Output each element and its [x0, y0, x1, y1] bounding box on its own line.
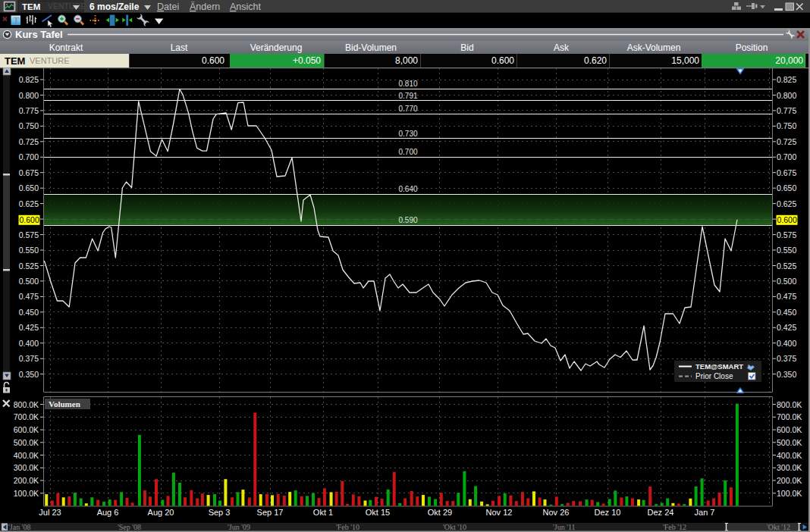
- svg-text:0.475: 0.475: [19, 292, 39, 301]
- svg-text:0.500: 0.500: [777, 277, 796, 286]
- svg-text:Datei: Datei: [157, 2, 179, 12]
- svg-text:0.575: 0.575: [19, 230, 39, 239]
- svg-text:800.0K: 800.0K: [777, 400, 802, 409]
- svg-text:0.700: 0.700: [398, 148, 417, 156]
- svg-text:0.675: 0.675: [777, 168, 796, 177]
- svg-text:300.0K: 300.0K: [14, 463, 39, 472]
- svg-text:Sep 3: Sep 3: [209, 508, 231, 517]
- svg-text:Ansicht: Ansicht: [230, 2, 262, 12]
- svg-text:400.0K: 400.0K: [14, 451, 39, 460]
- svg-text:500.0K: 500.0K: [777, 438, 802, 447]
- svg-text:700.0K: 700.0K: [777, 412, 802, 421]
- svg-text:0.350: 0.350: [19, 370, 39, 379]
- svg-text:0.350: 0.350: [777, 370, 796, 379]
- svg-text:Jan 7: Jan 7: [695, 508, 715, 517]
- svg-text:0.450: 0.450: [777, 308, 796, 317]
- svg-text:0.600: 0.600: [20, 215, 39, 224]
- svg-text:600.0K: 600.0K: [777, 425, 802, 434]
- svg-text:0.730: 0.730: [398, 130, 417, 138]
- svg-text:'Jan '08: 'Jan '08: [8, 523, 30, 531]
- svg-text:'Jun '11: 'Jun '11: [553, 523, 576, 531]
- svg-text:0.650: 0.650: [19, 183, 39, 192]
- svg-text:Dez 24: Dez 24: [648, 508, 674, 517]
- svg-text:Volumen: Volumen: [49, 399, 80, 408]
- svg-text:200.0K: 200.0K: [14, 476, 39, 485]
- svg-text:0.700: 0.700: [19, 152, 39, 161]
- svg-text:Kurs Tafel: Kurs Tafel: [15, 29, 63, 40]
- svg-text:0.810: 0.810: [398, 80, 417, 88]
- svg-text:0.750: 0.750: [777, 121, 796, 130]
- svg-text:'Jun '09: 'Jun '09: [228, 523, 250, 531]
- svg-text:600.0K: 600.0K: [14, 425, 39, 434]
- svg-text:Dez 10: Dez 10: [595, 508, 621, 517]
- svg-text:300.0K: 300.0K: [777, 463, 802, 472]
- svg-text:0.425: 0.425: [777, 323, 796, 332]
- svg-text:0.725: 0.725: [777, 137, 796, 146]
- svg-text:Aug 20: Aug 20: [148, 508, 174, 517]
- svg-text:Okt 29: Okt 29: [428, 508, 452, 517]
- svg-text:0.400: 0.400: [19, 339, 39, 348]
- svg-text:0.640: 0.640: [398, 185, 417, 193]
- svg-text:0.550: 0.550: [19, 246, 39, 255]
- svg-text:Nov 12: Nov 12: [486, 508, 513, 517]
- svg-text:500.0K: 500.0K: [14, 438, 39, 447]
- svg-text:0.770: 0.770: [398, 105, 417, 113]
- svg-text:0.600: 0.600: [777, 215, 797, 224]
- svg-text:100.0K: 100.0K: [14, 489, 39, 498]
- svg-text:'Feb '12: 'Feb '12: [663, 523, 686, 531]
- svg-text:0.775: 0.775: [777, 106, 796, 115]
- svg-text:TEM@SMART: TEM@SMART: [695, 362, 743, 371]
- svg-text:'Okt '12: 'Okt '12: [767, 523, 790, 531]
- svg-text:T: T: [14, 15, 20, 26]
- svg-text:0.725: 0.725: [19, 137, 39, 146]
- svg-text:Okt 15: Okt 15: [366, 508, 390, 517]
- svg-text:0.550: 0.550: [777, 246, 796, 255]
- svg-text:Okt 1: Okt 1: [313, 508, 333, 517]
- svg-text:200.0K: 200.0K: [777, 476, 802, 485]
- svg-text:0.525: 0.525: [777, 261, 796, 271]
- svg-text:0.625: 0.625: [777, 199, 796, 208]
- svg-text:100.0K: 100.0K: [777, 489, 802, 498]
- svg-text:0.500: 0.500: [19, 277, 39, 286]
- svg-text:'Sep '08: 'Sep '08: [118, 523, 141, 531]
- svg-text:0.475: 0.475: [777, 292, 796, 301]
- svg-text:Ändern: Ändern: [190, 2, 220, 12]
- svg-text:0.425: 0.425: [19, 323, 39, 332]
- svg-text:'Okt '10: 'Okt '10: [443, 523, 466, 531]
- svg-text:400.0K: 400.0K: [777, 451, 802, 460]
- svg-text:'Feb '10: 'Feb '10: [336, 523, 359, 531]
- svg-text:Jul 23: Jul 23: [39, 508, 61, 517]
- svg-text:800.0K: 800.0K: [14, 400, 39, 409]
- svg-text:Nov 26: Nov 26: [543, 508, 570, 517]
- svg-text:0.791: 0.791: [398, 92, 417, 100]
- svg-text:700.0K: 700.0K: [14, 412, 39, 421]
- svg-text:0.450: 0.450: [19, 308, 39, 317]
- svg-text:0.590: 0.590: [398, 216, 417, 224]
- svg-text:VENTURE: VENTURE: [48, 2, 86, 11]
- svg-text:Sep 17: Sep 17: [257, 508, 284, 517]
- svg-text:0.575: 0.575: [777, 230, 796, 239]
- svg-text:0.650: 0.650: [777, 183, 796, 192]
- svg-text:6 mos/Zeile: 6 mos/Zeile: [89, 2, 140, 12]
- svg-text:0.400: 0.400: [777, 339, 796, 348]
- svg-text:0.825: 0.825: [19, 75, 39, 84]
- svg-text:0.625: 0.625: [19, 199, 39, 208]
- svg-text:Prior Close: Prior Close: [695, 372, 733, 380]
- svg-text:0.700: 0.700: [777, 152, 796, 161]
- svg-text:0.375: 0.375: [777, 354, 796, 363]
- svg-text:0.750: 0.750: [19, 121, 39, 130]
- svg-text:0.525: 0.525: [19, 261, 39, 271]
- svg-text:0.800: 0.800: [777, 91, 796, 100]
- svg-text:0.375: 0.375: [19, 354, 39, 363]
- svg-text:0.775: 0.775: [19, 106, 39, 115]
- svg-text:TEM: TEM: [22, 2, 40, 11]
- svg-text:0.675: 0.675: [19, 168, 39, 177]
- svg-text:Aug 6: Aug 6: [97, 508, 119, 517]
- svg-text:0.800: 0.800: [19, 91, 39, 100]
- svg-text:0.825: 0.825: [777, 75, 796, 84]
